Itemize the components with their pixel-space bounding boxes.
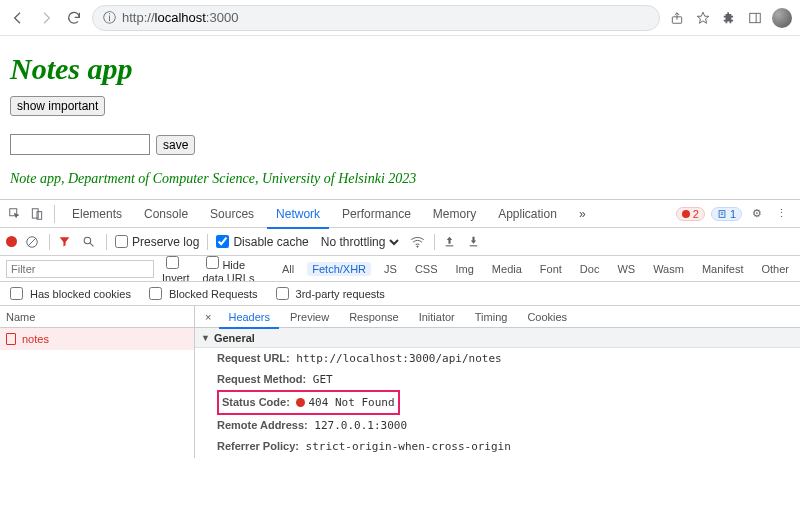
network-filters: Invert Hide data URLs All Fetch/XHR JS C… xyxy=(0,256,800,282)
browser-toolbar: ⓘ http://localhost:3000 xyxy=(0,0,800,36)
rtype-media[interactable]: Media xyxy=(487,262,527,276)
disable-cache-checkbox[interactable]: Disable cache xyxy=(216,235,308,249)
request-detail: × Headers Preview Response Initiator Tim… xyxy=(195,306,800,458)
third-party-checkbox[interactable]: 3rd-party requests xyxy=(272,284,385,303)
throttling-select[interactable]: No throttling xyxy=(317,234,402,250)
page-content: Notes app show important save Note app, … xyxy=(0,36,800,199)
general-section-header[interactable]: ▼General xyxy=(195,328,800,348)
svg-rect-14 xyxy=(445,245,453,246)
page-footer: Note app, Department of Computer Science… xyxy=(10,171,790,187)
wifi-icon[interactable] xyxy=(410,234,426,249)
tab-performance[interactable]: Performance xyxy=(333,200,420,228)
kv-request-url: Request URL: http://localhost:3000/api/n… xyxy=(195,348,800,369)
show-important-button[interactable]: show important xyxy=(10,96,105,116)
blocked-cookies-checkbox[interactable]: Has blocked cookies xyxy=(6,284,131,303)
tab-memory[interactable]: Memory xyxy=(424,200,485,228)
search-icon[interactable] xyxy=(82,235,98,248)
svg-point-11 xyxy=(84,237,91,244)
kv-status-code: Status Code: 404 Not Found xyxy=(195,390,800,415)
tab-network[interactable]: Network xyxy=(267,201,329,229)
network-body: Name notes × Headers Preview Response In… xyxy=(0,306,800,458)
rtype-img[interactable]: Img xyxy=(451,262,479,276)
extensions-icon[interactable] xyxy=(720,9,738,27)
device-icon[interactable] xyxy=(28,205,46,223)
error-count-badge[interactable]: 2 xyxy=(676,207,705,221)
tab-console[interactable]: Console xyxy=(135,200,197,228)
panel-icon[interactable] xyxy=(746,9,764,27)
filter-input[interactable] xyxy=(6,260,154,278)
rtype-wasm[interactable]: Wasm xyxy=(648,262,689,276)
svg-rect-15 xyxy=(469,245,477,246)
detail-tab-headers[interactable]: Headers xyxy=(219,307,279,329)
forward-button[interactable] xyxy=(36,8,56,28)
rtype-manifest[interactable]: Manifest xyxy=(697,262,749,276)
status-dot-icon xyxy=(296,398,305,407)
invert-checkbox[interactable]: Invert xyxy=(162,256,194,282)
rtype-all[interactable]: All xyxy=(277,262,299,276)
kv-request-method: Request Method: GET xyxy=(195,369,800,390)
network-controls: Preserve log Disable cache No throttling xyxy=(0,228,800,256)
record-button[interactable] xyxy=(6,236,17,247)
hide-data-urls-checkbox[interactable]: Hide data URLs xyxy=(202,256,269,282)
svg-point-13 xyxy=(417,246,418,247)
request-name: notes xyxy=(22,333,49,345)
site-info-icon[interactable]: ⓘ xyxy=(103,9,116,27)
detail-tab-response[interactable]: Response xyxy=(340,306,408,328)
preserve-log-checkbox[interactable]: Preserve log xyxy=(115,235,199,249)
inspect-icon[interactable] xyxy=(6,205,24,223)
rtype-doc[interactable]: Doc xyxy=(575,262,605,276)
detail-tabbar: × Headers Preview Response Initiator Tim… xyxy=(195,306,800,328)
rtype-fetchxhr[interactable]: Fetch/XHR xyxy=(307,262,371,276)
request-list: Name notes xyxy=(0,306,195,458)
tab-application[interactable]: Application xyxy=(489,200,566,228)
url-scheme: http:// xyxy=(122,10,155,25)
request-row-notes[interactable]: notes xyxy=(0,328,194,350)
svg-line-12 xyxy=(90,243,93,246)
rtype-other[interactable]: Other xyxy=(756,262,794,276)
back-button[interactable] xyxy=(8,8,28,28)
filter-icon[interactable] xyxy=(58,235,74,248)
share-icon[interactable] xyxy=(668,9,686,27)
kv-remote-address: Remote Address: 127.0.0.1:3000 xyxy=(195,415,800,436)
devtools-panel: Elements Console Sources Network Perform… xyxy=(0,199,800,458)
clear-button[interactable] xyxy=(25,235,41,249)
tab-elements[interactable]: Elements xyxy=(63,200,131,228)
settings-icon[interactable]: ⚙ xyxy=(748,205,766,223)
profile-avatar[interactable] xyxy=(772,8,792,28)
devtools-tabbar: Elements Console Sources Network Perform… xyxy=(0,200,800,228)
upload-icon[interactable] xyxy=(443,235,459,248)
rtype-font[interactable]: Font xyxy=(535,262,567,276)
svg-rect-1 xyxy=(750,13,761,22)
info-count-badge[interactable]: 1 xyxy=(711,207,742,221)
network-filters-2: Has blocked cookies Blocked Requests 3rd… xyxy=(0,282,800,306)
detail-tab-preview[interactable]: Preview xyxy=(281,306,338,328)
svg-line-10 xyxy=(28,237,36,245)
reload-button[interactable] xyxy=(64,8,84,28)
save-button[interactable]: save xyxy=(156,135,195,155)
tab-more[interactable]: » xyxy=(570,200,595,228)
url-host: localhost xyxy=(155,10,206,25)
page-title: Notes app xyxy=(10,52,790,86)
tab-sources[interactable]: Sources xyxy=(201,200,263,228)
detail-tab-initiator[interactable]: Initiator xyxy=(410,306,464,328)
detail-tab-timing[interactable]: Timing xyxy=(466,306,517,328)
url-rest: :3000 xyxy=(206,10,239,25)
close-detail-icon[interactable]: × xyxy=(199,311,217,323)
download-icon[interactable] xyxy=(467,235,483,248)
note-input[interactable] xyxy=(10,134,150,155)
bookmark-icon[interactable] xyxy=(694,9,712,27)
address-bar[interactable]: ⓘ http://localhost:3000 xyxy=(92,5,660,31)
rtype-ws[interactable]: WS xyxy=(612,262,640,276)
blocked-requests-checkbox[interactable]: Blocked Requests xyxy=(145,284,258,303)
name-column-header[interactable]: Name xyxy=(0,306,194,328)
kv-referrer-policy: Referrer Policy: strict-origin-when-cros… xyxy=(195,436,800,457)
rtype-js[interactable]: JS xyxy=(379,262,402,276)
file-icon xyxy=(6,333,16,345)
rtype-css[interactable]: CSS xyxy=(410,262,443,276)
kebab-icon[interactable]: ⋮ xyxy=(772,205,790,223)
detail-tab-cookies[interactable]: Cookies xyxy=(518,306,576,328)
